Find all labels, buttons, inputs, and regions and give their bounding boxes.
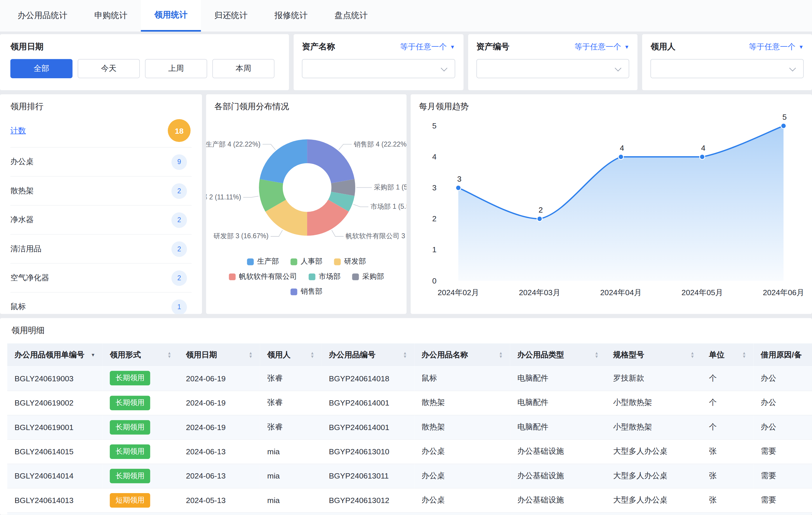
- column-header[interactable]: 借用原因/备▲▼: [754, 343, 812, 366]
- donut-slice[interactable]: [307, 139, 354, 183]
- ranking-item-label: 净水器: [10, 215, 34, 225]
- form-badge: 长期领用: [110, 371, 150, 386]
- cell-type: 办公基础设施: [510, 439, 606, 464]
- ranking-title: 领用排行: [10, 102, 192, 112]
- legend-item[interactable]: 销售部: [290, 287, 322, 296]
- filter-asset-name-operator[interactable]: 等于任意一个 ▼: [400, 42, 455, 52]
- cell-form: 长期领用: [103, 366, 179, 390]
- filters-row: 领用日期 全部 今天 上周 本周 资产名称 等于任意一个 ▼ 资产编: [0, 34, 812, 90]
- trend-point[interactable]: [456, 185, 461, 190]
- ranking-row[interactable]: 清洁用品2: [10, 235, 192, 264]
- tab-requisition-stats[interactable]: 领用统计: [141, 0, 201, 31]
- filter-asset-number-operator[interactable]: 等于任意一个 ▼: [574, 42, 629, 52]
- legend-item[interactable]: 市场部: [309, 272, 341, 281]
- ranking-row[interactable]: 鼠标1: [10, 292, 192, 314]
- person-select[interactable]: [650, 59, 804, 78]
- column-header[interactable]: 办公用品类型▲▼: [510, 343, 606, 366]
- asset-name-select[interactable]: [302, 59, 455, 78]
- cell-person: 张睿: [260, 415, 322, 439]
- legend-item[interactable]: 研发部: [334, 257, 366, 266]
- legend-item[interactable]: 生产部: [246, 257, 279, 266]
- column-header[interactable]: 办公用品编号▲▼: [322, 343, 414, 366]
- date-filter-today-button[interactable]: 今天: [78, 59, 140, 78]
- charts-row: 领用排行 计数 18 办公桌9散热架2净水器2清洁用品2空气净化器2鼠标1 各部…: [0, 94, 812, 314]
- ranking-row[interactable]: 净水器2: [10, 205, 192, 234]
- count-link[interactable]: 计数: [10, 125, 26, 136]
- callout-line-icon: [243, 196, 259, 197]
- filter-person-operator[interactable]: 等于任意一个 ▼: [749, 42, 804, 52]
- table-row: BGLY240619001长期领用2024-06-19张睿BGYP2406140…: [7, 415, 812, 439]
- form-badge: 长期领用: [110, 444, 150, 459]
- y-axis-tick: 0: [432, 277, 437, 285]
- cell-form: 长期领用: [103, 439, 179, 464]
- sort-icon: ▲▼: [690, 351, 694, 359]
- cell-item: 办公桌: [414, 439, 510, 464]
- legend-swatch-icon: [229, 273, 235, 280]
- detail-title: 领用明细: [7, 325, 812, 336]
- trend-value-label: 3: [457, 175, 461, 183]
- tab-return-stats[interactable]: 归还统计: [201, 0, 261, 31]
- cell-id: BGLY240614013: [7, 488, 103, 512]
- x-axis-label: 2024年04月: [600, 288, 642, 297]
- cell-reason: 办公: [754, 415, 812, 439]
- column-header[interactable]: 办公用品名称▲▼: [414, 343, 510, 366]
- ranking-row[interactable]: 办公桌9: [10, 148, 192, 177]
- table-row-partial: [7, 512, 812, 515]
- trend-point[interactable]: [537, 216, 542, 222]
- tab-office-supplies-stats[interactable]: 办公用品统计: [4, 0, 81, 31]
- trend-point[interactable]: [781, 123, 786, 128]
- cell-reason: 需要: [754, 439, 812, 464]
- callout-line-icon: [339, 144, 351, 150]
- date-filter-last-week-button[interactable]: 上周: [145, 59, 207, 78]
- column-header[interactable]: 规格型号▲▼: [606, 343, 702, 366]
- tab-repair-stats[interactable]: 报修统计: [261, 0, 321, 31]
- column-header[interactable]: 领用人▲▼: [260, 343, 322, 366]
- cell-form: 短期领用: [103, 488, 179, 512]
- donut-callout-label: 采购部 1 (5.56%): [374, 183, 407, 192]
- trend-point[interactable]: [618, 154, 624, 160]
- table-row: BGLY240614014长期领用2024-06-13miaBGYP240613…: [7, 464, 812, 488]
- ranking-item-count: 2: [171, 212, 187, 228]
- date-filter-all-button[interactable]: 全部: [10, 59, 72, 78]
- table-row: BGLY240614015长期领用2024-06-13miaBGYP240613…: [7, 439, 812, 464]
- sort-desc-icon: ▼: [91, 352, 95, 357]
- donut-title: 各部门领用分布情况: [214, 102, 398, 112]
- cell-item: 鼠标: [414, 366, 510, 390]
- cell-type: 电脑配件: [510, 366, 606, 390]
- cell-reason: 需要: [754, 488, 812, 512]
- cell-unit: 个: [702, 391, 753, 415]
- tab-purchase-stats[interactable]: 申购统计: [81, 0, 141, 31]
- donut-legend: 生产部人事部研发部帆软软件有限公司市场部采购部销售部: [206, 257, 407, 296]
- cell-unit: 张: [702, 488, 753, 512]
- legend-item[interactable]: 采购部: [352, 272, 384, 281]
- column-header[interactable]: 领用日期▲▼: [179, 343, 260, 366]
- form-badge: 长期领用: [110, 468, 150, 483]
- cell-unit: 张: [702, 439, 753, 464]
- column-header[interactable]: 单位▲▼: [702, 343, 753, 366]
- cell-form: 长期领用: [103, 464, 179, 488]
- asset-number-select[interactable]: [476, 59, 630, 78]
- cell-spec: 小型散热架: [606, 391, 702, 415]
- donut-callout-label: 研发部 3 (16.67%): [214, 232, 268, 241]
- cell-item-id: BGYP240613011: [322, 464, 414, 488]
- cell-unit: 张: [702, 464, 753, 488]
- ranking-item-count: 2: [171, 241, 187, 257]
- table-row: BGLY240619003长期领用2024-06-19张睿BGYP2406140…: [7, 366, 812, 390]
- ranking-row[interactable]: 空气净化器2: [10, 264, 192, 292]
- cell-reason: 办公: [754, 391, 812, 415]
- trend-value-label: 2: [539, 205, 543, 214]
- date-filter-this-week-button[interactable]: 本周: [212, 59, 274, 78]
- legend-item[interactable]: 人事部: [290, 257, 322, 266]
- legend-item[interactable]: 帆软软件有限公司: [229, 272, 297, 281]
- cell-spec: 罗技新款: [606, 366, 702, 390]
- legend-label: 采购部: [362, 272, 384, 281]
- tab-inventory-stats[interactable]: 盘点统计: [321, 0, 381, 31]
- caret-down-icon: ▼: [799, 45, 804, 50]
- donut-slice[interactable]: [260, 139, 307, 183]
- cell-form: 长期领用: [103, 415, 179, 439]
- ranking-row[interactable]: 散热架2: [10, 177, 192, 205]
- tab-bar: 办公用品统计 申购统计 领用统计 归还统计 报修统计 盘点统计: [0, 0, 812, 32]
- column-header[interactable]: 领用形式▲▼: [103, 343, 179, 366]
- trend-point[interactable]: [700, 154, 705, 160]
- column-header[interactable]: 办公用品领用单编号▼: [7, 343, 103, 366]
